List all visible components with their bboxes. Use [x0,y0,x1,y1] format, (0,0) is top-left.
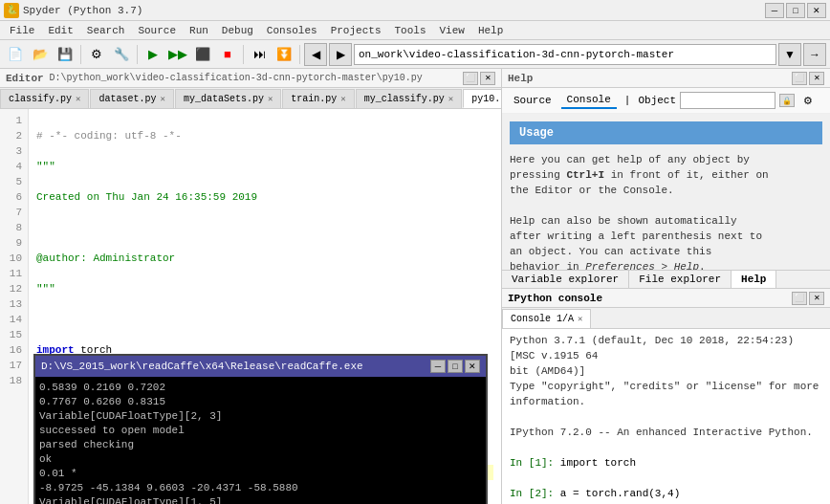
console-tab-1-label: Console 1/A [511,314,574,324]
help-controls: ⬜ ✕ [792,72,824,85]
help-usage-title: Usage [510,121,822,144]
cmd-title-bar: D:\VS_2015_work\readCaffe\x64\Release\re… [35,356,486,377]
tab-help[interactable]: Help [732,271,776,288]
console-tab-1-close[interactable]: ✕ [578,314,582,324]
toolbar-btn-2[interactable]: 🔧 [110,43,133,66]
cmd-window-controls: ─ □ ✕ [430,360,480,373]
menu-tools[interactable]: Tools [388,24,431,37]
menu-run[interactable]: Run [184,24,214,37]
cmd-content: 0.5839 0.2169 0.7202 0.7767 0.6260 0.831… [35,377,486,504]
browse-button[interactable]: ▼ [778,43,801,66]
console-close-button[interactable]: ✕ [809,292,824,305]
menu-edit[interactable]: Edit [42,24,78,37]
step-into-button[interactable]: ⏬ [273,43,295,66]
console-output[interactable]: Python 3.7.1 (default, Dec 10 2018, 22:5… [502,329,830,504]
maximize-button[interactable]: □ [786,3,805,18]
path-action-button[interactable]: → [803,43,826,66]
help-options-button[interactable]: ⚙ [798,92,818,109]
menu-debug[interactable]: Debug [216,24,259,37]
separator-1 [80,45,81,64]
tab-file-explorer[interactable]: File explorer [629,271,732,288]
close-button[interactable]: ✕ [807,3,826,18]
tab-mydatasets-close[interactable]: ✕ [268,94,273,104]
cmd-line-8: -8.9725 -45.1384 9.6603 -20.4371 -58.588… [39,481,482,495]
step-button[interactable]: ⏭ [248,43,271,66]
menu-consoles[interactable]: Consoles [261,24,323,37]
menu-file[interactable]: File [4,24,40,37]
tab-classify-label: classify.py [9,94,72,104]
editor-float-button[interactable]: ⬜ [463,72,478,85]
stop-button[interactable]: ■ [216,43,239,66]
help-lock-button[interactable]: 🔒 [779,94,795,107]
tab-dataset[interactable]: dataset.py ✕ [90,89,173,108]
console-header: IPython console ⬜ ✕ [502,289,830,308]
menu-search[interactable]: Search [81,24,131,37]
console-line-6: IPython 7.2.0 -- An enhanced Interactive… [510,425,822,440]
menu-projects[interactable]: Projects [325,24,387,37]
console-header-controls: ⬜ ✕ [792,292,824,305]
code-line-7 [36,312,493,327]
code-line-4 [36,220,493,235]
editor-tab-bar: classify.py ✕ dataset.py ✕ my_dataSets.p… [0,88,501,109]
tab-dataset-close[interactable]: ✕ [160,94,164,104]
help-object-input[interactable] [680,92,775,109]
help-float-button[interactable]: ⬜ [792,72,807,85]
open-file-button[interactable]: 📂 [29,43,52,66]
help-object-label: Object [638,95,676,106]
console-float-button[interactable]: ⬜ [792,292,807,305]
console-title: IPython console [508,293,602,304]
editor-controls: ⬜ ✕ [463,72,495,85]
tab-train-close[interactable]: ✕ [340,94,345,104]
console-line-2: bit (AMD64)] [510,363,822,379]
tab-classify-close[interactable]: ✕ [76,94,80,104]
cmd-line-2: 0.7767 0.6260 0.8315 [39,395,482,409]
editor-path: D:\python_work\video-classification-3d-c… [50,73,463,83]
forward-button[interactable]: ▶ [329,43,352,66]
tab-myclassify-close[interactable]: ✕ [448,94,453,104]
menu-view[interactable]: View [434,24,470,37]
tab-py10[interactable]: py10.py ● ✕ [463,89,501,108]
tab-train[interactable]: train.py ✕ [282,89,354,108]
cmd-line-4: successed to open model [39,424,482,438]
preferences-button[interactable]: ⚙ [85,43,108,66]
run-file-button[interactable]: ▶▶ [166,43,189,66]
cmd-line-7: 0.01 * [39,467,482,481]
editor-header: Editor D:\python_work\video-classificati… [0,69,501,88]
debug-button[interactable]: ⬛ [191,43,214,66]
menu-source[interactable]: Source [132,24,182,37]
new-file-button[interactable]: 📄 [4,43,27,66]
cmd-maximize[interactable]: □ [448,360,463,373]
title-bar: 🐍 Spyder (Python 3.7) ─ □ ✕ [0,0,830,21]
run-button[interactable]: ▶ [142,43,164,66]
tab-myclassify[interactable]: my_classify.py ✕ [356,89,462,108]
tab-variable-explorer[interactable]: Variable explorer [502,271,629,288]
tab-mydatasets-label: my_dataSets.py [184,94,264,104]
tab-mydatasets[interactable]: my_dataSets.py ✕ [175,89,281,108]
window-controls: ─ □ ✕ [765,3,826,18]
cmd-minimize[interactable]: ─ [430,360,446,373]
help-close-button[interactable]: ✕ [809,72,824,85]
cmd-title-label: D:\VS_2015_work\readCaffe\x64\Release\re… [41,361,363,372]
help-tab-source[interactable]: Source [508,93,557,108]
cmd-close[interactable]: ✕ [465,360,480,373]
save-button[interactable]: 💾 [54,43,76,66]
cmd-line-3: Variable[CUDAFloatType][2, 3] [39,409,482,424]
cmd-window: D:\VS_2015_work\readCaffe\x64\Release\re… [33,354,488,504]
menu-help[interactable]: Help [472,24,509,37]
toolbar: 📄 📂 💾 ⚙ 🔧 ▶ ▶▶ ⬛ ■ ⏭ ⏬ ◀ ▶ on_work\video… [0,40,830,69]
tab-py10-label: py10.py [471,94,501,104]
help-panel: Help ⬜ ✕ Source Console | Object 🔒 ⚙ Usa… [502,69,830,289]
minimize-button[interactable]: ─ [765,3,784,18]
console-line-3: Type "copyright", "credits" or "license"… [510,379,822,394]
right-panel: Help ⬜ ✕ Source Console | Object 🔒 ⚙ Usa… [502,69,830,504]
tab-classify[interactable]: classify.py ✕ [0,89,89,108]
editor-close-button[interactable]: ✕ [480,72,495,85]
console-tab-1[interactable]: Console 1/A ✕ [502,309,591,328]
console-line-7 [510,440,822,455]
line-numbers: 1 2 3 4 5 6 7 8 9 10 11 12 13 14 15 16 1… [0,109,29,504]
back-button[interactable]: ◀ [304,43,327,66]
help-tab-console[interactable]: Console [561,92,617,109]
help-separator: | [624,95,631,106]
help-header: Help ⬜ ✕ [502,69,830,88]
console-line-10: In [2]: a = torch.rand(3,4) [510,486,822,501]
